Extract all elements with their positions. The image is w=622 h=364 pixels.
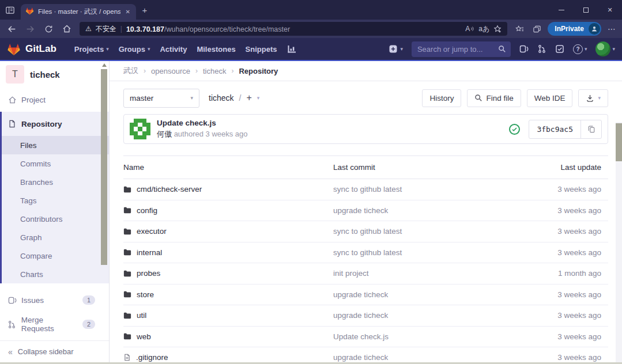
file-name-link[interactable]: internal (137, 248, 162, 257)
page-scrollbar-thumb[interactable] (616, 123, 622, 161)
commit-title-link[interactable]: Update check.js (157, 119, 248, 127)
read-aloud-icon[interactable]: A (465, 25, 474, 33)
sidebar-item-tags[interactable]: Tags (2, 191, 109, 210)
scrollbar-thumb[interactable] (101, 69, 107, 265)
add-favorite-icon[interactable] (493, 25, 502, 33)
url-bar[interactable]: ⚠ 不安全 | 10.3.70.187/wuhan/opensource/tic… (80, 22, 507, 36)
translate-icon[interactable]: aあ (478, 24, 489, 34)
file-tree-table: Name Last commit Last update cmd/ticheck… (123, 156, 608, 364)
breadcrumb-item[interactable]: ticheck (203, 67, 226, 75)
project-header[interactable]: T ticheck (0, 61, 109, 88)
sidebar-item-commits[interactable]: Commits (2, 154, 109, 173)
commit-author-link[interactable]: 何傲 (157, 130, 172, 138)
table-row[interactable]: configupgrade ticheck3 weeks ago (123, 200, 608, 222)
add-file-button[interactable]: + (246, 93, 251, 103)
commit-message-link[interactable]: upgrade ticheck (333, 290, 388, 299)
refresh-icon[interactable] (39, 20, 58, 38)
commit-message-link[interactable]: init project (333, 269, 369, 278)
pipeline-status-icon[interactable] (509, 124, 520, 135)
table-row[interactable]: executorsync to github latest3 weeks ago (123, 221, 608, 242)
table-row[interactable]: .gitignoreupgrade ticheck3 weeks ago (123, 347, 608, 364)
sidebar-scrollbar[interactable] (100, 61, 108, 339)
commit-message-link[interactable]: sync to github latest (333, 248, 402, 257)
table-row[interactable]: storeupgrade ticheck3 weeks ago (123, 285, 608, 306)
sidebar-item-contributors[interactable]: Contributors (2, 210, 109, 228)
global-search[interactable] (412, 41, 511, 57)
merge-requests-nav-icon[interactable] (537, 44, 546, 54)
folder-icon (123, 248, 131, 256)
todos-nav-icon[interactable] (555, 44, 564, 54)
find-file-button[interactable]: Find file (467, 89, 521, 107)
vertical-tabs-icon[interactable] (0, 0, 20, 20)
new-tab-button[interactable]: + (136, 5, 153, 15)
file-name-link[interactable]: executor (137, 227, 167, 236)
commit-message-link[interactable]: sync to github latest (333, 227, 402, 236)
nav-item-milestones[interactable]: Milestones (197, 45, 235, 54)
search-input[interactable] (416, 44, 498, 54)
table-row[interactable]: internalsync to github latest3 weeks ago (123, 242, 608, 264)
file-name-link[interactable]: store (137, 290, 154, 299)
breadcrumb-item[interactable]: Repository (239, 67, 278, 75)
download-source-button[interactable]: ▾ (578, 89, 608, 107)
copy-commit-sha-button[interactable] (580, 120, 601, 138)
tab-title: Files · master · 武汉 / opensourc (38, 7, 120, 16)
file-name-link[interactable]: config (137, 206, 157, 215)
sidebar-item-merge-requests[interactable]: Merge Requests 2 (0, 312, 109, 336)
project-path-link[interactable]: ticheck (209, 93, 234, 103)
forward-icon[interactable] (21, 20, 39, 38)
nav-item-activity[interactable]: Activity (160, 45, 187, 54)
file-name-link[interactable]: cmd/ticheck-server (137, 185, 202, 194)
tab-close-icon[interactable]: ✕ (125, 9, 131, 15)
history-button[interactable]: History (422, 89, 461, 107)
commit-message-link[interactable]: upgrade ticheck (333, 353, 388, 362)
gitlab-logo[interactable]: GitLab (7, 42, 56, 56)
browser-tab[interactable]: Files · master · 武汉 / opensourc ✕ (21, 4, 136, 20)
table-row[interactable]: utilupgrade ticheck3 weeks ago (123, 305, 608, 327)
table-row[interactable]: webUpdate check.js3 weeks ago (123, 327, 608, 348)
sidebar-item-issues[interactable]: Issues 1 (0, 288, 109, 312)
minimize-button[interactable] (549, 0, 574, 20)
sidebar-item-repository[interactable]: Repository (2, 112, 109, 136)
browser-menu-icon[interactable]: ⋯ (604, 24, 620, 33)
favorites-icon[interactable] (511, 25, 528, 33)
web-ide-button[interactable]: Web IDE (527, 89, 573, 107)
scroll-up-icon[interactable] (102, 63, 107, 67)
commit-message-link[interactable]: upgrade ticheck (333, 311, 388, 320)
sidebar-item-branches[interactable]: Branches (2, 173, 109, 191)
new-menu-button[interactable]: ▾ (389, 44, 403, 54)
nav-item-snippets[interactable]: Snippets (246, 45, 277, 54)
file-name-link[interactable]: .gitignore (136, 353, 168, 362)
collapse-sidebar-button[interactable]: « Collapse sidebar (0, 340, 109, 362)
chevron-down-icon[interactable]: ▾ (257, 95, 260, 101)
sidebar-item-graph[interactable]: Graph (2, 228, 109, 247)
breadcrumb-item[interactable]: opensource (151, 67, 190, 75)
issues-nav-icon[interactable] (519, 44, 529, 54)
commit-sha[interactable]: 3fbc9ac5 (529, 120, 580, 138)
close-window-button[interactable]: ✕ (598, 0, 622, 20)
maximize-button[interactable] (574, 0, 598, 20)
nav-item-projects[interactable]: Projects▾ (74, 45, 109, 54)
page-scrollbar[interactable] (616, 122, 622, 364)
user-menu-button[interactable]: ▾ (595, 41, 615, 56)
sidebar-item-compare[interactable]: Compare (2, 247, 109, 265)
help-menu-button[interactable]: ? ▾ (573, 44, 587, 54)
home-icon[interactable] (58, 20, 76, 38)
file-name-link[interactable]: util (137, 311, 146, 320)
nav-item-groups[interactable]: Groups▾ (119, 45, 150, 54)
table-row[interactable]: probesinit project1 month ago (123, 263, 608, 285)
table-row[interactable]: cmd/ticheck-serversync to github latest3… (123, 179, 608, 200)
commit-message-link[interactable]: upgrade ticheck (333, 206, 388, 215)
breadcrumb-item[interactable]: 武汉 (123, 66, 138, 76)
sidebar-item-files[interactable]: Files (2, 136, 109, 154)
commit-message-link[interactable]: Update check.js (333, 332, 389, 341)
inprivate-badge[interactable]: InPrivate (548, 22, 601, 36)
sidebar-item-charts[interactable]: Charts (2, 265, 109, 283)
back-icon[interactable] (2, 20, 21, 38)
branch-selector[interactable]: master ▾ (123, 89, 199, 108)
sidebar-item-project[interactable]: Project (0, 88, 109, 112)
commit-message-link[interactable]: sync to github latest (333, 185, 402, 194)
file-name-link[interactable]: web (137, 332, 151, 341)
analytics-chart-icon[interactable] (287, 44, 296, 54)
file-name-link[interactable]: probes (137, 269, 160, 278)
collections-icon[interactable] (528, 25, 545, 33)
